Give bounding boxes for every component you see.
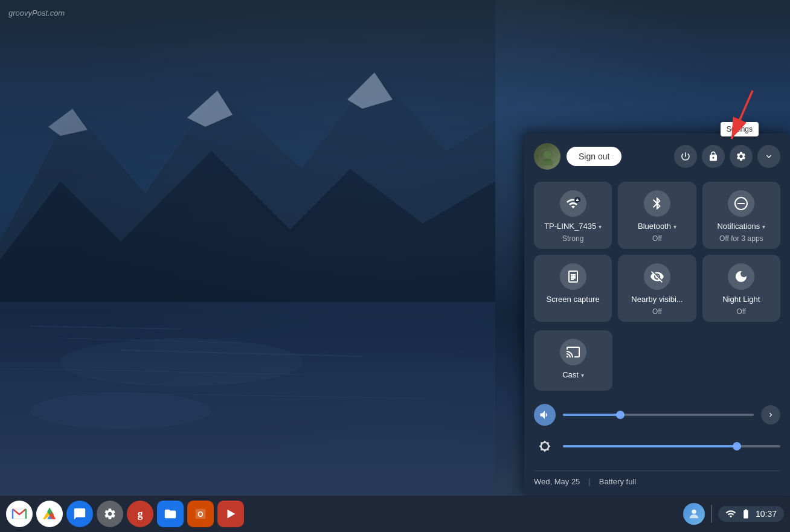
notifications-icon xyxy=(734,196,748,211)
header-icons: Settings xyxy=(674,145,780,168)
screen-capture-tile-label: Screen capture xyxy=(547,295,600,305)
quick-tiles-grid: TP-LINK_7435 ▾ Strong Bluetooth ▾ Off xyxy=(534,182,780,322)
brightness-slider-fill xyxy=(563,445,737,447)
sliders-section xyxy=(534,399,780,462)
quick-settings-panel: Sign out Settings xyxy=(524,133,790,496)
power-button[interactable] xyxy=(674,145,697,168)
bluetooth-tile-sublabel: Off xyxy=(652,234,662,243)
wifi-tile[interactable]: TP-LINK_7435 ▾ Strong xyxy=(534,182,612,249)
gdrive-icon xyxy=(42,507,57,521)
volume-icon xyxy=(534,404,556,426)
svg-marker-30 xyxy=(228,510,236,519)
bluetooth-tile-icon xyxy=(644,190,670,217)
bluetooth-icon xyxy=(650,196,664,211)
status-divider: | xyxy=(588,477,590,486)
power-icon xyxy=(680,151,691,162)
taskbar: g O xyxy=(0,496,790,532)
taskbar-groovy[interactable]: g xyxy=(127,501,153,527)
taskbar-right: 10:37 xyxy=(683,503,784,525)
avatar-icon xyxy=(687,507,701,521)
taskbar-screencast[interactable] xyxy=(217,501,244,527)
settings-button-wrapper: Settings xyxy=(730,145,753,168)
files-icon xyxy=(164,507,177,521)
night-light-tile[interactable]: Night Light Off xyxy=(702,255,780,322)
cast-row: Cast ▾ xyxy=(534,330,780,391)
nearby-visibility-tile[interactable]: Nearby visibi... Off xyxy=(618,255,696,322)
screen-capture-icon xyxy=(566,269,580,284)
taskbar-battery-icon xyxy=(740,508,752,519)
brightness-adjust-icon xyxy=(539,440,551,452)
avatar-image xyxy=(538,147,556,165)
night-light-tile-sublabel: Off xyxy=(736,307,746,316)
lock-icon xyxy=(708,151,719,162)
taskbar-avatar[interactable] xyxy=(683,503,705,525)
chevron-down-icon xyxy=(764,152,774,161)
taskbar-office[interactable]: O xyxy=(187,501,214,527)
notifications-tile-icon xyxy=(728,190,754,217)
wifi-icon xyxy=(566,196,580,211)
volume-speaker-icon xyxy=(539,409,551,421)
settings-button[interactable] xyxy=(730,145,753,168)
settings-app-icon xyxy=(103,507,117,521)
wifi-tile-label: TP-LINK_7435 ▾ xyxy=(544,222,602,232)
volume-slider-fill xyxy=(563,414,620,416)
brightness-slider-row xyxy=(534,431,780,462)
office-icon: O xyxy=(194,507,207,521)
nearby-tile-sublabel: Off xyxy=(652,307,662,316)
taskbar-chat[interactable] xyxy=(66,501,93,527)
settings-icon xyxy=(736,151,747,162)
svg-rect-21 xyxy=(737,203,745,204)
screencast-icon xyxy=(224,507,237,521)
date-text: Wed, May 25 xyxy=(534,477,580,486)
nearby-tile-label: Nearby visibi... xyxy=(631,295,682,305)
cast-tile[interactable]: Cast ▾ xyxy=(534,330,612,391)
volume-next-button[interactable] xyxy=(761,405,780,425)
screen-capture-tile-icon xyxy=(560,263,586,290)
svg-point-13 xyxy=(30,393,211,429)
user-avatar[interactable] xyxy=(534,143,560,170)
nearby-icon xyxy=(650,269,664,284)
bluetooth-tile[interactable]: Bluetooth ▾ Off xyxy=(618,182,696,249)
mountain-illustration xyxy=(0,0,495,495)
bluetooth-tile-label: Bluetooth ▾ xyxy=(638,222,676,232)
volume-slider-track[interactable] xyxy=(563,414,754,416)
night-light-tile-label: Night Light xyxy=(722,295,760,305)
taskbar-gmail[interactable] xyxy=(6,501,33,527)
night-light-icon xyxy=(734,269,748,284)
taskbar-time: 10:37 xyxy=(756,509,777,519)
cast-tile-icon xyxy=(560,339,586,365)
notifications-tile-sublabel: Off for 3 apps xyxy=(719,234,763,243)
taskbar-apps: g O xyxy=(6,501,244,527)
taskbar-divider xyxy=(711,505,712,523)
brightness-slider-thumb[interactable] xyxy=(733,442,741,450)
volume-slider-row xyxy=(534,399,780,431)
taskbar-settings[interactable] xyxy=(97,501,123,527)
collapse-button[interactable] xyxy=(757,145,780,168)
cast-tile-label: Cast ▾ xyxy=(562,370,584,380)
svg-point-12 xyxy=(60,338,302,386)
brightness-icon xyxy=(534,435,556,457)
status-bar: Wed, May 25 | Battery full xyxy=(534,470,780,486)
watermark: groovyPost.com xyxy=(8,8,65,18)
svg-point-31 xyxy=(692,510,696,514)
svg-text:O: O xyxy=(198,510,203,519)
svg-point-22 xyxy=(572,275,574,278)
battery-text: Battery full xyxy=(599,477,636,486)
wifi-tile-sublabel: Strong xyxy=(562,234,583,243)
gmail-icon xyxy=(11,508,27,520)
brightness-slider-track[interactable] xyxy=(563,445,780,447)
chevron-right-icon xyxy=(766,411,775,419)
svg-point-14 xyxy=(544,151,551,158)
taskbar-gdrive[interactable] xyxy=(36,501,63,527)
night-light-tile-icon xyxy=(728,263,754,290)
lock-button[interactable] xyxy=(702,145,725,168)
screen-capture-tile[interactable]: Screen capture xyxy=(534,255,612,322)
cast-icon xyxy=(566,345,580,359)
volume-slider-thumb[interactable] xyxy=(616,411,625,419)
taskbar-wifi-icon xyxy=(725,508,736,519)
panel-header: Sign out Settings xyxy=(534,143,780,170)
taskbar-status-area[interactable]: 10:37 xyxy=(718,506,784,522)
notifications-tile[interactable]: Notifications ▾ Off for 3 apps xyxy=(702,182,780,249)
taskbar-files[interactable] xyxy=(157,501,184,527)
sign-out-button[interactable]: Sign out xyxy=(567,147,621,166)
